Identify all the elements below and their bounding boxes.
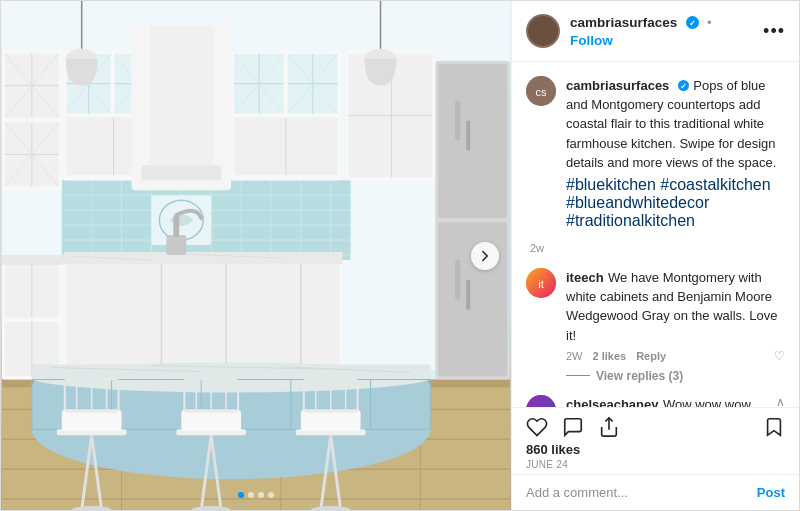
hashtag-3[interactable]: #blueandwhitedecor (566, 194, 709, 211)
header-username[interactable]: cambriasurfaces (570, 15, 677, 30)
add-comment-input[interactable] (526, 485, 747, 500)
svg-rect-93 (166, 235, 186, 255)
comment-1-username[interactable]: iteech (566, 270, 604, 285)
svg-text:it: it (538, 278, 544, 290)
svg-rect-77 (466, 121, 470, 151)
caption-hashtags: #bluekitchen #coastalkitchen #blueandwhi… (566, 176, 785, 230)
verified-badge (686, 16, 699, 29)
caption-body: cambriasurfaces Pops of blue and Montgom… (566, 76, 785, 230)
comment-1-timestamp: 2W (566, 350, 583, 362)
svg-rect-94 (173, 215, 179, 237)
carousel-next-button[interactable] (471, 242, 499, 270)
post-header: cambriasurfaces • Follow ••• (512, 1, 799, 62)
like-button[interactable] (526, 416, 548, 438)
comment-2-body: chelseachaney Wow wow wow (566, 395, 766, 407)
comment-2-avatar[interactable]: cc (526, 395, 556, 407)
post-date: JUNE 24 (526, 459, 785, 470)
avatar[interactable] (526, 14, 560, 48)
carousel-dot-1[interactable] (238, 492, 244, 498)
caption-username[interactable]: cambriasurfaces (566, 78, 669, 93)
svg-rect-73 (438, 64, 507, 218)
bookmark-button[interactable] (763, 416, 785, 438)
header-username-area: cambriasurfaces • Follow (570, 13, 743, 49)
view-replies-button[interactable]: View replies (3) (566, 369, 785, 383)
post-content-section: cambriasurfaces • Follow ••• cs cambrias… (511, 1, 799, 510)
svg-rect-74 (438, 222, 507, 376)
view-replies-text: View replies (3) (596, 369, 683, 383)
action-icons-row (526, 416, 785, 438)
carousel-dot-2[interactable] (248, 492, 254, 498)
caption-avatar[interactable]: cs (526, 76, 556, 106)
comment-1-time: 2w (530, 242, 544, 254)
post-image-section (1, 1, 511, 510)
svg-rect-53 (141, 165, 221, 180)
svg-rect-75 (455, 101, 460, 141)
svg-rect-76 (455, 260, 460, 300)
svg-text:cs: cs (536, 86, 548, 98)
more-options-button[interactable]: ••• (763, 21, 785, 42)
hashtag-4[interactable]: #traditionalkitchen (566, 212, 695, 229)
caption-verified (678, 80, 689, 91)
comment-2: cc chelseachaney Wow wow wow ∧ (526, 395, 785, 407)
comment-1: it iteech We have Montgomery with white … (526, 268, 785, 383)
svg-rect-84 (2, 255, 64, 265)
comment-1-avatar[interactable]: it (526, 268, 556, 298)
comment-button[interactable] (562, 416, 584, 438)
carousel-dot-4[interactable] (268, 492, 274, 498)
view-replies-line (566, 375, 590, 376)
caption-item: cs cambriasurfaces Pops of blue and Mont… (526, 76, 785, 230)
post-container: cambriasurfaces • Follow ••• cs cambrias… (0, 0, 800, 511)
follow-button[interactable]: Follow (570, 33, 613, 48)
comment-1-likes: 2 likes (593, 350, 627, 362)
svg-rect-115 (62, 409, 122, 431)
svg-rect-124 (181, 409, 241, 431)
comment-2-username[interactable]: chelseachaney (566, 397, 659, 407)
comment-2-heart-icon[interactable]: ∧ (776, 395, 785, 407)
post-comments: cs cambriasurfaces Pops of blue and Mont… (512, 62, 799, 407)
hashtag-2[interactable]: #coastalkitchen (660, 176, 770, 193)
post-image (1, 1, 511, 510)
svg-rect-86 (67, 263, 340, 375)
carousel-dot-3[interactable] (258, 492, 264, 498)
hashtag-1[interactable]: #bluekitchen (566, 176, 660, 193)
add-comment-bar: Post (512, 474, 799, 510)
comment-1-time-label: 2w (526, 238, 785, 256)
svg-rect-133 (301, 409, 361, 431)
svg-rect-54 (149, 26, 213, 165)
comment-1-reply-button[interactable]: Reply (636, 350, 666, 362)
post-actions: 860 likes JUNE 24 (512, 407, 799, 474)
likes-count: 860 likes (526, 442, 785, 457)
comment-1-body: iteech We have Montgomery with white cab… (566, 268, 785, 383)
carousel-dots (238, 492, 274, 498)
post-comment-button[interactable]: Post (757, 485, 785, 500)
share-button[interactable] (598, 416, 620, 438)
comment-1-meta: 2W 2 likes Reply ♡ (566, 349, 785, 363)
svg-rect-78 (466, 280, 470, 310)
dot-separator: • (707, 16, 711, 30)
comment-2-text: Wow wow wow (663, 397, 751, 407)
comment-1-heart-icon[interactable]: ♡ (774, 349, 785, 363)
